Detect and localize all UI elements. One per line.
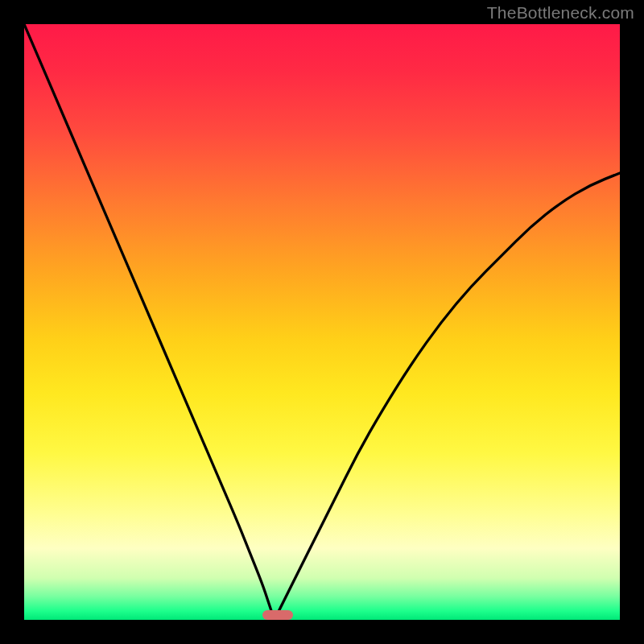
curve-left [24,24,275,620]
outer-frame: TheBottleneck.com [0,0,644,644]
curve-right [275,173,620,620]
notch-marker [262,610,293,620]
plot-area [24,24,620,620]
curve-layer [24,24,620,620]
watermark-text: TheBottleneck.com [487,3,634,23]
